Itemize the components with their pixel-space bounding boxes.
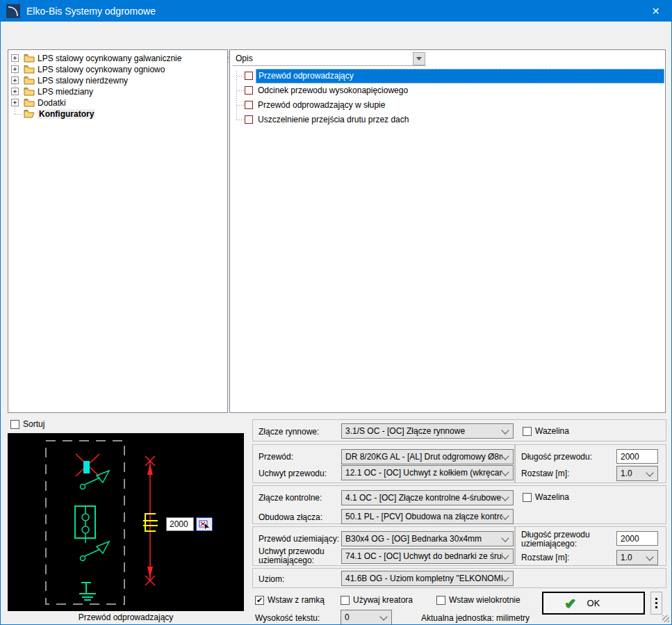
expand-plus-icon[interactable] [11,54,19,62]
window-title: Elko-Bis Systemy odgromowe [26,6,156,17]
list-item-label[interactable]: Uszczelnienie przejścia drutu przez dach [256,113,664,127]
rozstaw1-select[interactable]: 1.0 [616,466,658,481]
chevron-down-icon [646,553,653,560]
folder-icon [24,87,35,96]
sort-checkbox[interactable] [10,420,19,429]
obudowa-zlacza-select[interactable]: 50.1 PL - [PCV] Obudowa na złącze kontro… [341,509,514,524]
uchwyt-przewodu-label: Uchwyt przewodu: [259,469,327,478]
wazelina2-row[interactable]: Wazelina [523,492,569,502]
wysokosc-tekstu-select[interactable]: 0 [341,610,392,625]
expand-plus-icon[interactable] [11,76,19,84]
open-folder-icon [24,109,35,118]
chevron-down-icon [501,534,509,542]
dots-icon [655,598,657,600]
expand-plus-icon[interactable] [11,65,19,73]
dimension-pick-button[interactable] [196,517,213,531]
przewod-uziemiajacy-select[interactable]: B30x4 OG - [OG] Bednarka 30x4mm [341,531,514,546]
group-przewod-uziemiajacy: Przewód uziemiający: B30x4 OG - [OG] Bed… [252,526,515,566]
zlacze-kontrolne-select[interactable]: 4.1 OC - [OC] Złącze kontrolne 4-śrubowe… [341,490,514,505]
tree-item-label[interactable]: Dodatki [38,98,66,108]
item-checkbox-icon[interactable] [245,72,253,80]
sort-checkbox-row[interactable]: Sortuj [10,419,44,429]
item-checkbox-icon[interactable] [245,115,253,124]
group-uziom: Uziom: 41.6B OG - Uziom kompletny "ELKON… [252,568,666,588]
parameters-form: Złącze rynnowe: 3.1/S OC - [OC] Złącze r… [252,418,666,625]
close-icon[interactable]: ✕ [640,1,671,22]
expand-plus-icon[interactable] [11,99,19,106]
uzywaj-kreatora-label: Używaj kreatora [353,595,413,605]
folder-icon [24,54,35,63]
rozstaw1-label: Rozstaw [m]: [521,469,569,478]
list-item[interactable]: Odcinek przewodu wysokonapięciowego [231,83,664,98]
dropdown-arrow-icon[interactable] [413,52,425,65]
filter-label: Opis [233,54,413,63]
group-zlacze-kontrolne: Złącze kontrolne: 4.1 OC - [OC] Złącze k… [252,485,666,524]
toolbar: <T> ? ✕ [1,22,671,49]
folder-icon [24,76,35,85]
wstaw-wielokrotnie-checkbox[interactable] [436,596,445,605]
tree-item-label[interactable]: LPS stalowy nierdzewny [38,76,128,86]
wazelina2-checkbox[interactable] [523,493,532,502]
uchwyt-przewodu-uziemiajacego-label: Uchwyt przewodu uziemiającego: [259,547,338,565]
item-checkbox-icon[interactable] [245,101,253,109]
chevron-down-icon [379,612,387,620]
list-item[interactable]: Uszczelnienie przejścia drutu przez dach [231,113,664,127]
ok-button[interactable]: ✔ OK [542,592,645,615]
list-item-label[interactable]: Odcinek przewodu wysokonapięciowego [256,83,664,98]
group-dlugosc-uziemiajacego: Długość przewodu uziemiającego: Rozstaw … [515,526,666,566]
rozstaw2-select[interactable]: 1.0 [616,550,658,565]
check-icon: ✔ [256,596,263,604]
more-options-button[interactable] [650,592,662,615]
dlugosc-przewodu-input[interactable] [616,449,658,464]
folder-icon [24,65,35,74]
filter-combobox[interactable]: Opis [233,51,425,66]
dlugosc-przewodu-uziemiajacego-label: Długość przewodu uziemiającego: [521,530,612,549]
expand-plus-icon[interactable] [11,88,19,95]
list-connector [237,90,245,91]
wstaw-z-ramka-row[interactable]: ✔ Wstaw z ramką [255,595,325,605]
jednostka-label: Aktualna jednostka: milimetry [421,613,530,623]
list-connector [237,76,245,76]
group-dlugosc-przewodu: Długość przewodu: Rozstaw [m]: 1.0 [515,444,666,483]
list-connector [237,120,245,120]
dlugosc-przewodu-uziemiajacego-input[interactable] [616,531,658,546]
dlugosc-przewodu-label: Długość przewodu: [521,452,592,462]
uziom-label: Uziom: [259,574,284,584]
przewod-label: Przewód: [259,452,293,462]
ok-label: OK [587,598,600,608]
resize-grip[interactable] [662,615,669,622]
list-item-label[interactable]: Przewód odprowadzający w słupie [256,98,664,113]
wazelina1-row[interactable]: Wazelina [523,426,569,436]
przewod-uziemiajacy-label: Przewód uziemiający: [259,534,339,544]
wysokosc-tekstu-label: Wysokość tekstu: [255,613,320,623]
tree-item-label[interactable]: LPS miedziany [38,87,93,97]
tree-item-label[interactable]: Konfiguratory [38,109,95,119]
wstaw-wielokrotnie-row[interactable]: Wstaw wielokrotnie [436,595,521,605]
list-item[interactable]: Przewód odprowadzający w słupie [231,98,664,113]
group-zlacze-rynnowe: Złącze rynnowe: 3.1/S OC - [OC] Złącze r… [252,419,666,441]
tree-item-label[interactable]: LPS stalowy ocynkowany galwanicznie [38,54,181,63]
zlacze-kontrolne-label: Złącze kontrolne: [259,493,322,503]
przewod-select[interactable]: DR 8/20KG AL - [AL] Drut odgromowy Ø8mm … [341,449,514,464]
dimension-input[interactable] [166,517,194,531]
uchwyt-przewodu-uziemiajacego-select[interactable]: 74.1 OC - [OC] Uchwyt do bednarki ze śru… [341,549,514,564]
item-checkbox-icon[interactable] [245,86,253,95]
uzywaj-kreatora-row[interactable]: Używaj kreatora [341,595,413,605]
wstaw-z-ramka-checkbox[interactable]: ✔ [255,596,264,605]
uziom-select[interactable]: 41.6B OG - Uziom kompletny "ELKONOMIC" Ø… [341,571,514,586]
chevron-down-icon [501,551,509,559]
wazelina1-checkbox[interactable] [523,427,532,436]
list-item-label[interactable]: Przewód odprowadzający [256,69,664,83]
sort-label: Sortuj [23,419,44,429]
chevron-down-icon [646,469,653,476]
folder-icon [24,98,35,107]
list-item[interactable]: Przewód odprowadzający [231,69,664,83]
uchwyt-przewodu-select[interactable]: 12.1 OC - [OC] Uchwyt z kołkiem (wkręcan… [341,465,514,480]
element-list: Opis Przewód odprowadzający Odcinek prze… [229,49,666,413]
titlebar: Elko-Bis Systemy odgromowe ✕ [1,1,671,22]
tree-item-label[interactable]: LPS stalowy ocynkowany ogniowo [38,65,165,74]
uzywaj-kreatora-checkbox[interactable] [341,596,350,605]
zlacze-rynnowe-select[interactable]: 3.1/S OC - [OC] Złącze rynnowe [341,423,514,439]
chevron-down-icon [501,574,509,581]
pick-point-icon [199,519,210,529]
